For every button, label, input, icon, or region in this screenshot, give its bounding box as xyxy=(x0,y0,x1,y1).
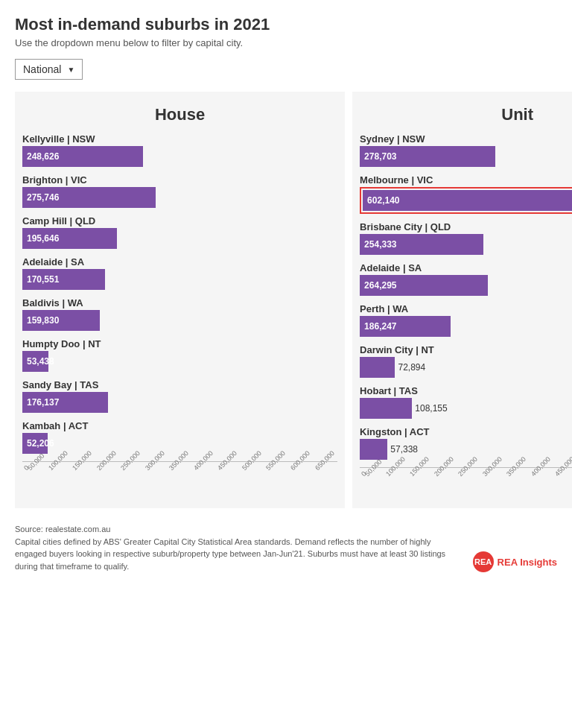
house-bar-item: Brighton | VIC275,746 xyxy=(22,174,337,208)
unit-bar-label: Kingston | ACT xyxy=(360,426,572,437)
unit-bar-track-wrapper: 108,155 xyxy=(360,398,572,419)
rea-icon: REA xyxy=(473,551,494,572)
unit-bar-item: Hobart | TAS108,155 xyxy=(360,385,572,419)
house-bar-label: Kellyville | NSW xyxy=(22,133,337,145)
house-bar-label: Adelaide | SA xyxy=(22,256,337,268)
house-bar-track: 275,746 xyxy=(22,187,337,208)
house-bar-value: 159,830 xyxy=(27,315,59,326)
unit-bar-track: 186,247 xyxy=(360,316,572,337)
footer-source: Source: realestate.com.au xyxy=(15,523,447,536)
unit-bar-value: 254,333 xyxy=(364,239,396,250)
house-bar-value: 275,746 xyxy=(27,192,59,203)
house-bar-fill: 248,626 xyxy=(22,146,143,167)
unit-bar-track-wrapper: 264,295 xyxy=(360,275,572,296)
footer: Source: realestate.com.au Capital cities… xyxy=(15,523,557,572)
unit-chart-panel: Unit Sydney | NSW278,703Melbourne | VIC6… xyxy=(352,92,572,508)
unit-axis-label: 50,000 xyxy=(363,458,384,478)
house-bar-track: 248,626 xyxy=(22,146,337,167)
unit-bar-value-outside: 72,894 xyxy=(398,362,425,373)
unit-bar-track: 602,140 xyxy=(363,190,572,211)
page-subtitle: Use the dropdown menu below to filter by… xyxy=(15,37,557,48)
house-bar-value: 170,551 xyxy=(27,274,59,285)
house-chart-panel: House Kellyville | NSW248,626Brighton | … xyxy=(15,92,345,508)
house-bar-fill: 275,746 xyxy=(22,187,156,208)
house-axis: 050,000100,000150,000200,000250,000300,0… xyxy=(22,461,337,502)
unit-bar-item: Darwin City | NT72,894 xyxy=(360,344,572,378)
house-bar-label: Brighton | VIC xyxy=(22,174,337,186)
unit-bar-item: Melbourne | VIC602,140 xyxy=(360,174,572,214)
unit-bar-fill: 278,703 xyxy=(360,146,495,167)
city-dropdown[interactable]: National ▼ xyxy=(15,59,83,80)
unit-bar-track-wrapper: 72,894 xyxy=(360,357,572,378)
house-bar-fill: 195,646 xyxy=(22,228,117,249)
house-bar-value: 53,438 xyxy=(27,356,54,367)
unit-bar-value-outside: 57,338 xyxy=(390,444,418,455)
page-title: Most in-demand suburbs in 2021 xyxy=(15,15,557,34)
unit-axis-labels: 050,000100,000150,000200,000250,000300,0… xyxy=(360,467,572,480)
unit-bar-fill: 186,247 xyxy=(360,316,450,337)
house-bar-item: Camp Hill | QLD195,646 xyxy=(22,215,337,249)
unit-bar-value: 278,703 xyxy=(364,151,396,162)
unit-bar-track-wrapper: 186,247 xyxy=(360,316,572,337)
house-bar-label: Sandy Bay | TAS xyxy=(22,379,337,390)
unit-bar-label: Sydney | NSW xyxy=(360,133,572,145)
charts-container: House Kellyville | NSW248,626Brighton | … xyxy=(15,92,557,508)
footer-text: Source: realestate.com.au Capital cities… xyxy=(15,523,447,572)
house-bar-fill: 159,830 xyxy=(22,310,100,331)
house-bar-label: Kambah | ACT xyxy=(22,420,337,431)
house-bar-label: Camp Hill | QLD xyxy=(22,215,337,227)
unit-chart-title: Unit xyxy=(360,99,572,133)
house-bars: Kellyville | NSW248,626Brighton | VIC275… xyxy=(22,133,337,454)
house-bar-item: Adelaide | SA170,551 xyxy=(22,256,337,290)
house-bar-item: Kellyville | NSW248,626 xyxy=(22,133,337,167)
unit-bar-fill: 602,140 xyxy=(363,190,572,211)
unit-bar-value: 264,295 xyxy=(364,280,396,291)
house-bar-item: Sandy Bay | TAS176,137 xyxy=(22,379,337,413)
unit-bar-value-outside: 108,155 xyxy=(415,403,447,414)
unit-bar-label: Adelaide | SA xyxy=(360,262,572,273)
unit-bar-item: Perth | WA186,247 xyxy=(360,303,572,337)
unit-bar-track: 278,703 xyxy=(360,146,572,167)
house-bar-item: Humpty Doo | NT53,438 xyxy=(22,338,337,372)
house-axis-labels: 050,000100,000150,000200,000250,000300,0… xyxy=(22,461,337,474)
unit-bar-fill xyxy=(360,357,395,378)
unit-bar-fill: 254,333 xyxy=(360,234,483,255)
house-bar-fill: 53,438 xyxy=(22,351,48,372)
house-bar-value: 248,626 xyxy=(27,151,59,162)
unit-bar-track: 108,155 xyxy=(360,398,572,419)
unit-bar-value: 186,247 xyxy=(364,321,396,332)
house-bar-track: 176,137 xyxy=(22,392,337,413)
unit-bar-track: 57,338 xyxy=(360,439,572,460)
house-bar-item: Kambah | ACT52,206 xyxy=(22,420,337,454)
house-bar-track: 159,830 xyxy=(22,310,337,331)
house-bar-track: 170,551 xyxy=(22,269,337,290)
dropdown-value: National xyxy=(23,63,61,75)
unit-bar-track: 72,894 xyxy=(360,357,572,378)
unit-bar-track-wrapper: 57,338 xyxy=(360,439,572,460)
house-bar-track: 195,646 xyxy=(22,228,337,249)
unit-axis: 050,000100,000150,000200,000250,000300,0… xyxy=(360,467,572,508)
house-bar-label: Baldivis | WA xyxy=(22,297,337,308)
unit-bar-fill xyxy=(360,439,387,460)
unit-bar-item: Sydney | NSW278,703 xyxy=(360,133,572,167)
house-axis-label: 50,000 xyxy=(26,452,46,472)
unit-bar-track-wrapper: 254,333 xyxy=(360,234,572,255)
house-bar-value: 195,646 xyxy=(27,233,59,244)
house-bar-value: 176,137 xyxy=(27,397,59,408)
rea-badge: REA REA Insights xyxy=(473,551,557,572)
unit-bar-item: Adelaide | SA264,295 xyxy=(360,262,572,296)
house-bar-track: 52,206 xyxy=(22,433,337,454)
house-chart-title: House xyxy=(22,99,337,133)
unit-bar-track-wrapper: 602,140 xyxy=(360,187,572,214)
house-bar-track: 53,438 xyxy=(22,351,337,372)
unit-bars: Sydney | NSW278,703Melbourne | VIC602,14… xyxy=(360,133,572,460)
house-bar-fill: 176,137 xyxy=(22,392,108,413)
rea-badge-text: REA Insights xyxy=(498,557,557,568)
house-bar-value: 52,206 xyxy=(27,438,54,449)
unit-bar-label: Brisbane City | QLD xyxy=(360,221,572,232)
unit-bar-label: Melbourne | VIC xyxy=(360,174,572,186)
unit-bar-track: 264,295 xyxy=(360,275,572,296)
unit-bar-fill xyxy=(360,398,412,419)
house-bar-fill: 170,551 xyxy=(22,269,105,290)
unit-bar-track-wrapper: 278,703 xyxy=(360,146,572,167)
